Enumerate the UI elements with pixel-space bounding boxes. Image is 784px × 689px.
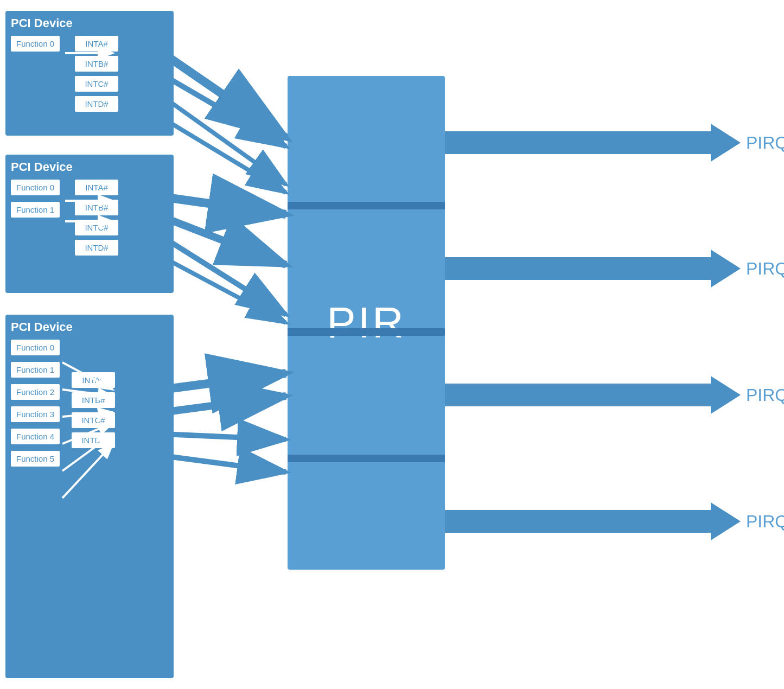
- svg-line-9: [163, 197, 286, 214]
- device3-int-d: INTD#: [72, 432, 115, 448]
- svg-line-21: [163, 434, 286, 439]
- device3-function-4: Function 4: [11, 429, 60, 444]
- svg-line-22: [163, 456, 286, 472]
- device2-int-d: INTD#: [75, 240, 118, 256]
- device2-function-1: Function 1: [11, 202, 60, 218]
- pci-device-2: PCI Device Function 0 Function 1 INTA# I…: [5, 155, 174, 293]
- svg-line-3: [163, 53, 286, 138]
- pir-divider-2: [288, 328, 445, 336]
- device3-int-c: INTC#: [72, 412, 115, 428]
- svg-line-12: [163, 257, 286, 323]
- pirqa-arrow: PIRQA: [445, 124, 784, 162]
- pirqb-body: [445, 257, 711, 280]
- pci-device-1: PCI Device Function 0 INTA# INTB# INTC# …: [5, 11, 174, 136]
- device2-function-0: Function 0: [11, 180, 60, 195]
- svg-line-19: [163, 373, 286, 390]
- device3-int-b: INTB#: [72, 392, 115, 408]
- device3-int-a: INTA#: [72, 372, 115, 388]
- pirqa-head: [711, 124, 741, 162]
- device1-int-c: INTC#: [75, 76, 118, 92]
- pirqd-head: [711, 502, 741, 540]
- svg-line-6: [163, 118, 286, 193]
- pirqd-arrow: PIRQD: [445, 502, 784, 540]
- pirqb-head: [711, 250, 741, 288]
- pirqc-head: [711, 376, 741, 414]
- pci-device-1-label: PCI Device: [11, 16, 168, 30]
- device3-function-1: Function 1: [11, 362, 60, 378]
- pirqa-body: [445, 131, 711, 154]
- device2-int-b: INTB#: [75, 200, 118, 215]
- device1-int-d: INTD#: [75, 96, 118, 112]
- device3-function-3: Function 3: [11, 406, 60, 422]
- pirqb-label: PIRQB: [746, 259, 784, 279]
- pirqc-body: [445, 384, 711, 406]
- pirqd-body: [445, 510, 711, 533]
- device3-function-2: Function 2: [11, 384, 60, 400]
- device1-function-0: Function 0: [11, 36, 60, 52]
- pir-box: PIR: [288, 76, 445, 570]
- pci-device-2-label: PCI Device: [11, 160, 168, 174]
- device2-int-c: INTC#: [75, 220, 118, 235]
- device3-function-0: Function 0: [11, 340, 60, 355]
- svg-line-10: [163, 217, 286, 265]
- pir-label: PIR: [327, 298, 405, 348]
- diagram-container: PCI Device Function 0 INTA# INTB# INTC# …: [0, 0, 784, 689]
- svg-line-20: [163, 396, 286, 412]
- pirqc-label: PIRQC: [746, 385, 784, 405]
- device3-function-5: Function 5: [11, 451, 60, 467]
- pci-device-3: PCI Device Function 0 Function 1 Functio…: [5, 315, 174, 678]
- pir-divider-3: [288, 455, 445, 462]
- svg-line-11: [163, 237, 286, 315]
- pci-device-3-label: PCI Device: [11, 320, 168, 334]
- pirqc-arrow: PIRQC: [445, 376, 784, 414]
- svg-line-4: [163, 75, 286, 146]
- pirqd-label: PIRQD: [746, 512, 784, 532]
- pir-divider-1: [288, 202, 445, 209]
- device1-int-a: INTA#: [75, 36, 118, 52]
- pirqb-arrow: PIRQB: [445, 250, 784, 288]
- device2-int-a: INTA#: [75, 180, 118, 195]
- pirqa-label: PIRQA: [746, 133, 784, 153]
- svg-line-5: [163, 97, 286, 184]
- device1-int-b: INTB#: [75, 56, 118, 72]
